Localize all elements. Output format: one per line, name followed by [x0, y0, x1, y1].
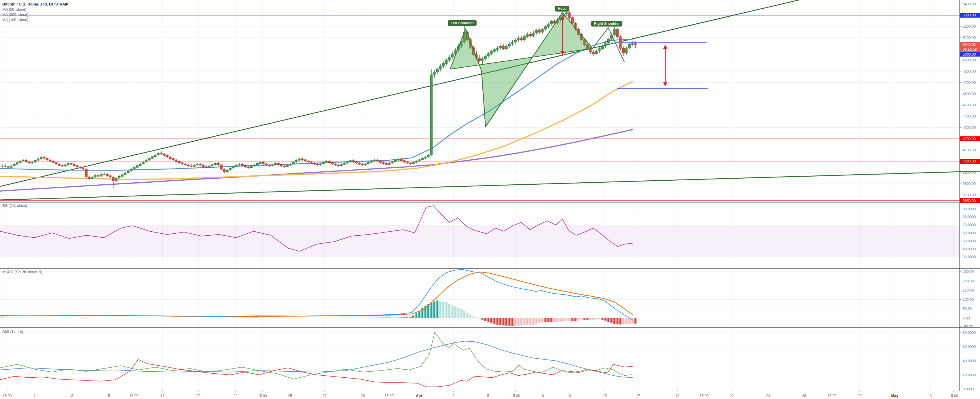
svg-text:13: 13	[69, 394, 73, 398]
svg-text:0.00: 0.00	[963, 316, 970, 320]
rsi-pane-label[interactable]: RSI (14, close)	[2, 203, 27, 208]
chart-window: 5400.005200.005100.004900.004800.004700.…	[0, 0, 980, 399]
svg-text:15:00: 15:00	[827, 394, 836, 398]
legend-ma-200[interactable]: MA (200, close)	[2, 12, 68, 17]
svg-text:40.0000: 40.0000	[963, 247, 976, 251]
svg-text:80.0000: 80.0000	[963, 331, 976, 335]
right-shoulder-label[interactable]: Right Shoulder	[591, 21, 622, 27]
svg-text:May: May	[891, 394, 898, 398]
svg-text:15:00: 15:00	[385, 394, 393, 398]
svg-text:20.0000: 20.0000	[963, 373, 976, 377]
svg-text:90.0000: 90.0000	[963, 207, 976, 211]
head-label[interactable]: Head	[555, 6, 570, 11]
svg-text:3700.00: 3700.00	[963, 193, 976, 197]
svg-text:4600.00: 4600.00	[963, 92, 976, 96]
svg-text:5400.00: 5400.00	[963, 2, 976, 6]
svg-text:100.00: 100.00	[963, 298, 974, 302]
svg-text:24: 24	[766, 394, 770, 398]
svg-text:150.00: 150.00	[963, 288, 974, 292]
svg-text:13: 13	[567, 394, 571, 398]
svg-text:15:00: 15:00	[3, 394, 11, 398]
svg-text:250.00: 250.00	[963, 270, 974, 274]
svg-text:15: 15	[106, 394, 110, 398]
svg-text:17: 17	[636, 394, 640, 398]
svg-text:200.00: 200.00	[963, 279, 974, 283]
svg-text:20: 20	[196, 394, 200, 398]
macd-pane-label[interactable]: MACD (12, 26, close, 9)	[2, 270, 42, 274]
svg-text:0.0000: 0.0000	[963, 387, 974, 391]
symbol-title[interactable]: Bitcoin / U.S. Dollar, 240, BITSTAMP	[2, 2, 68, 7]
svg-text:3: 3	[453, 394, 455, 398]
svg-text:29: 29	[361, 394, 365, 398]
left-shoulder-label[interactable]: Left Shoulder	[448, 20, 477, 26]
svg-text:3800.00: 3800.00	[963, 182, 976, 186]
symbol-legend[interactable]: Bitcoin / U.S. Dollar, 240, BITSTAMP MA …	[2, 2, 68, 22]
svg-text:15:00: 15:00	[949, 394, 958, 398]
svg-text:15: 15	[603, 394, 607, 398]
svg-text:4800.00: 4800.00	[963, 69, 976, 73]
svg-text:25: 25	[288, 394, 292, 398]
svg-text:4000.00: 4000.00	[963, 159, 976, 163]
svg-text:60.0000: 60.0000	[963, 231, 976, 235]
svg-text:22: 22	[234, 394, 238, 398]
svg-text:80.0000: 80.0000	[963, 215, 976, 219]
svg-text:15:00: 15:00	[511, 394, 520, 398]
svg-text:11: 11	[33, 394, 37, 398]
svg-text:70.0000: 70.0000	[963, 223, 976, 227]
svg-text:60.0000: 60.0000	[963, 345, 976, 349]
svg-text:50.00: 50.00	[963, 307, 972, 311]
svg-text:4900.00: 4900.00	[963, 58, 976, 62]
svg-text:4300.00: 4300.00	[963, 126, 976, 130]
svg-text:5000.00: 5000.00	[963, 53, 976, 56]
svg-text:Apr: Apr	[416, 394, 422, 398]
svg-text:4200.00: 4200.00	[963, 137, 976, 141]
svg-text:15:00: 15:00	[700, 394, 708, 398]
dmi-pane-label[interactable]: DMI (14, 14)	[2, 330, 23, 334]
svg-text:30.0000: 30.0000	[963, 255, 976, 259]
svg-text:5200.00: 5200.00	[963, 24, 976, 29]
svg-text:-50.00: -50.00	[963, 325, 973, 329]
svg-text:5: 5	[487, 394, 489, 398]
svg-text:15:00: 15:00	[129, 394, 138, 398]
svg-text:5040.03: 5040.03	[963, 43, 976, 47]
legend-ma-100[interactable]: MA (100, close)	[2, 17, 68, 22]
svg-text:03:18:58: 03:18:58	[963, 48, 977, 51]
svg-text:5100.00: 5100.00	[963, 36, 976, 40]
svg-text:4100.00: 4100.00	[963, 148, 976, 152]
svg-text:50.0000: 50.0000	[963, 239, 976, 243]
svg-text:5300.00: 5300.00	[963, 13, 976, 17]
svg-text:3900.00: 3900.00	[963, 171, 976, 175]
svg-text:8: 8	[542, 394, 544, 398]
svg-text:4400.00: 4400.00	[963, 114, 976, 118]
svg-text:22: 22	[730, 394, 734, 398]
svg-text:18: 18	[161, 394, 164, 398]
svg-text:26: 26	[802, 394, 806, 398]
svg-text:15:00: 15:00	[258, 394, 267, 398]
svg-text:19: 19	[675, 394, 679, 398]
svg-text:4700.00: 4700.00	[963, 81, 976, 85]
svg-text:27: 27	[323, 394, 326, 398]
svg-text:40.0000: 40.0000	[963, 359, 976, 363]
svg-text:4500.00: 4500.00	[963, 103, 976, 107]
svg-text:3: 3	[930, 394, 932, 398]
chart-canvas[interactable]: 5400.005200.005100.004900.004800.004700.…	[0, 0, 980, 399]
svg-text:3650.00: 3650.00	[963, 199, 976, 203]
legend-ma-50[interactable]: MA (50, close)	[2, 7, 68, 12]
svg-text:29: 29	[858, 394, 862, 398]
